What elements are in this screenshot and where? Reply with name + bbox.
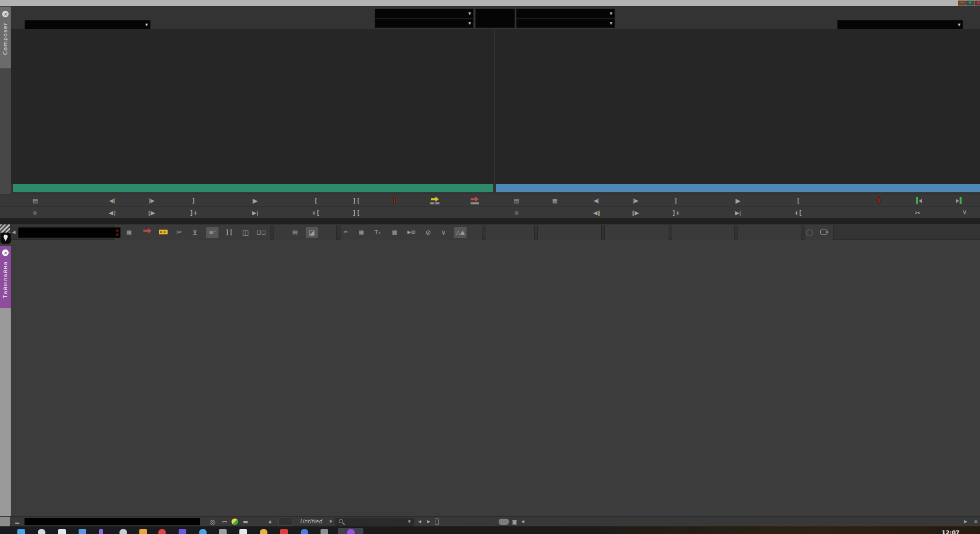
- record-film-icon[interactable]: ▦: [552, 197, 557, 203]
- taskbar-app-icon-4[interactable]: [79, 529, 86, 534]
- video-quality-menu-button[interactable]: [232, 518, 238, 525]
- taskbar-doc-icon[interactable]: [239, 529, 247, 534]
- record-goto-out-button[interactable]: ]+: [672, 209, 680, 216]
- source-mark-in-button[interactable]: [: [314, 197, 318, 204]
- blank-button[interactable]: [278, 518, 292, 526]
- taskbar-clock[interactable]: 12:07: [942, 529, 960, 534]
- timeline-close-icon[interactable]: ×: [2, 249, 9, 256]
- close-button[interactable]: ×: [974, 1, 980, 6]
- taskbar-app-icon-11[interactable]: [219, 529, 227, 534]
- taskbar-camera-icon[interactable]: [119, 529, 127, 534]
- taskbar-search-icon[interactable]: [38, 529, 45, 534]
- sliders-button[interactable]: ≏: [343, 230, 348, 235]
- taskbar-app-icon-9[interactable]: [179, 529, 186, 534]
- step-up-track-button[interactable]: ▲: [268, 520, 272, 524]
- record-goto-end-button[interactable]: ▶|: [735, 210, 741, 215]
- phone-toggle-icon[interactable]: [435, 518, 439, 525]
- timeline-menu-icon[interactable]: ≡: [15, 518, 20, 525]
- source-mark-clip-button-2[interactable]: ][: [352, 209, 360, 216]
- split-square-button[interactable]: ◫: [242, 229, 249, 236]
- search-options-arrow-icon[interactable]: ▼: [408, 520, 410, 524]
- source-next-edit-button[interactable]: ‖▶: [148, 210, 155, 215]
- go-to-out-button[interactable]: [955, 197, 964, 204]
- focus-target-button[interactable]: ◎: [209, 518, 215, 525]
- record-step-backward-button[interactable]: ◀|: [594, 197, 600, 203]
- effect-box-button[interactable]: ◪: [309, 229, 315, 236]
- record-mark-out-button[interactable]: ]: [674, 197, 678, 204]
- timeline-tab[interactable]: × Таймлайна: [0, 246, 11, 308]
- taskbar-task-view-icon[interactable]: [58, 529, 66, 534]
- timecode-display[interactable]: [18, 227, 120, 238]
- render-off-button[interactable]: ⊘: [426, 229, 431, 236]
- zoom-slider-handle[interactable]: [499, 519, 509, 525]
- taskbar-app-icon-5[interactable]: [99, 529, 103, 534]
- grain-button[interactable]: ▩: [392, 230, 397, 235]
- title-tool-button[interactable]: T₊: [375, 230, 381, 235]
- zoom-box-button[interactable]: ▣: [512, 519, 517, 524]
- bracket-pair-button[interactable]: ][: [225, 229, 233, 236]
- add-edit-scissors-button[interactable]: ✂: [915, 209, 921, 216]
- timeline-search-box[interactable]: ▼: [335, 518, 414, 526]
- source-previous-edit-button[interactable]: ◀‖: [109, 210, 116, 215]
- timeline-fast-menu-button[interactable]: ≡ˢ: [209, 230, 215, 235]
- search-next-icon[interactable]: ▶: [427, 520, 430, 524]
- record-tracking-menu-bottom[interactable]: ▼: [516, 18, 615, 28]
- source-goto-in-button[interactable]: +[: [312, 209, 320, 216]
- timecode-entry-box[interactable]: [24, 518, 200, 525]
- source-step-forward-button[interactable]: |▶: [149, 197, 155, 203]
- output-monitor-button[interactable]: [820, 230, 827, 235]
- source-step-backward-button[interactable]: ◀|: [109, 197, 115, 203]
- scroll-right-icon[interactable]: ▶: [964, 520, 967, 524]
- record-mark-in-button[interactable]: [: [796, 197, 800, 204]
- record-play-button[interactable]: ▶: [736, 197, 741, 204]
- resize-hatch-corner[interactable]: [0, 224, 10, 233]
- source-mark-out-button[interactable]: ]: [191, 197, 195, 204]
- segment-splice-mode-button[interactable]: [159, 229, 168, 235]
- pin-button[interactable]: [1, 233, 11, 244]
- film-grid-icon[interactable]: ▦: [127, 230, 132, 235]
- minimize-button[interactable]: −: [958, 1, 966, 6]
- toggle-source-record-button[interactable]: ▭: [222, 519, 227, 524]
- source-tracking-menu-bottom[interactable]: ▼: [375, 18, 474, 28]
- scroll-left-icon[interactable]: ◀: [521, 520, 524, 524]
- composer-tab[interactable]: × Composer: [0, 7, 11, 68]
- source-add-marker-button[interactable]: [394, 197, 396, 204]
- record-circle-icon[interactable]: ◯: [806, 229, 814, 236]
- sequence-name[interactable]: Untitled: [295, 518, 327, 525]
- composer-close-icon[interactable]: ×: [2, 11, 9, 17]
- audio-curve-button[interactable]: ∨: [441, 229, 446, 236]
- taskbar-start-icon[interactable]: [17, 529, 25, 534]
- taskbar-app-icon-13[interactable]: [260, 529, 267, 534]
- record-gang-button[interactable]: ⊜: [514, 210, 519, 215]
- record-step-forward-button[interactable]: |▶: [632, 197, 639, 203]
- segment-overwrite-mode-button[interactable]: [142, 228, 153, 236]
- taskbar-app-icon-14[interactable]: [280, 529, 288, 534]
- source-tracking-menu-top[interactable]: ▼: [375, 9, 474, 18]
- source-monitor[interactable]: [11, 29, 494, 184]
- taskbar-folder-icon[interactable]: [139, 529, 147, 534]
- maximize-button[interactable]: +: [966, 1, 974, 6]
- effect-film-button[interactable]: ▦: [359, 230, 364, 235]
- source-goto-end-button[interactable]: ▶|: [252, 210, 258, 215]
- search-prev-icon[interactable]: ◀: [418, 520, 421, 524]
- source-menu-icon[interactable]: ▤: [33, 197, 38, 203]
- record-goto-in-button[interactable]: +[: [794, 209, 802, 216]
- keyframes-button[interactable]: △▲: [456, 230, 465, 235]
- add-edit-button[interactable]: ✂: [177, 229, 182, 236]
- play-film-button[interactable]: ▶▤: [407, 230, 415, 235]
- record-add-marker-button[interactable]: [878, 197, 880, 204]
- go-to-in-button[interactable]: [914, 197, 922, 204]
- ruler-button[interactable]: ▤: [292, 230, 298, 235]
- source-mark-clip-button[interactable]: ][: [352, 197, 360, 204]
- splice-in-button[interactable]: [430, 196, 440, 204]
- taskbar-app-icon-16[interactable]: [321, 529, 328, 534]
- overwrite-button[interactable]: [470, 196, 480, 204]
- film-pair-button[interactable]: ◻◻: [257, 230, 266, 235]
- record-monitor[interactable]: [495, 29, 980, 184]
- taskbar-app-icon-8[interactable]: [158, 529, 166, 534]
- monitor-icon[interactable]: ▬: [243, 519, 248, 524]
- record-next-edit-button[interactable]: ‖▶: [632, 210, 639, 215]
- record-tracking-menu-top[interactable]: ▼: [516, 9, 615, 18]
- source-position-bar[interactable]: [13, 184, 493, 192]
- bottom-left-handle[interactable]: [0, 517, 10, 527]
